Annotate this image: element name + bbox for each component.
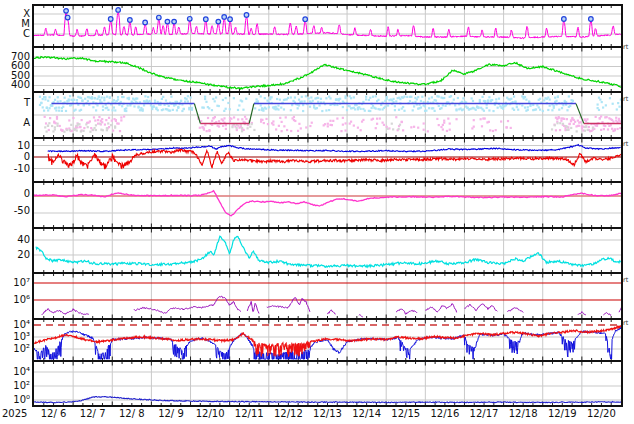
rt-label: rt <box>623 96 634 103</box>
y-axis-label: 10⁴ <box>0 319 30 330</box>
x-axis-label: 12/18 <box>504 408 542 419</box>
y-axis-label: 10³ <box>0 331 30 342</box>
x-axis-label: 12/13 <box>309 408 347 419</box>
x-axis-label: 12/20 <box>582 408 620 419</box>
y-axis-label: 40 <box>0 234 30 245</box>
panel-proton-flux <box>34 274 621 318</box>
flare-marker <box>228 17 233 22</box>
x-axis-label: 12/ 6 <box>35 408 73 419</box>
flare-marker <box>589 17 594 22</box>
year-label: 2025 <box>2 408 32 419</box>
x-axis-label: 12/10 <box>191 408 229 419</box>
y-axis-label: 10⁶ <box>0 294 30 305</box>
flare-marker <box>222 15 227 20</box>
flare-marker <box>116 8 121 13</box>
x-axis-label: 12/19 <box>543 408 581 419</box>
flare-marker <box>244 13 249 18</box>
panel-imf <box>34 139 621 181</box>
rt-label: rt <box>623 320 634 327</box>
y-axis-label: 10⁴ <box>0 366 30 377</box>
rt-label: rt <box>623 277 634 284</box>
flare-marker <box>203 17 208 22</box>
panel-dst <box>34 183 621 227</box>
panel-xray-flux <box>34 6 621 46</box>
panel-electron-flux <box>34 320 621 360</box>
flare-marker <box>303 17 308 22</box>
y-axis-label: 10² <box>0 380 30 391</box>
rt-label: rt <box>623 44 634 51</box>
x-axis-label: 12/15 <box>387 408 425 419</box>
panel-low-energy <box>34 362 621 405</box>
x-axis-label: 12/ 8 <box>113 408 151 419</box>
x-axis-label: 12/ 7 <box>74 408 112 419</box>
y-axis-label: -10 <box>0 163 30 174</box>
flare-marker <box>165 19 170 24</box>
flare-marker <box>216 19 221 24</box>
flare-marker <box>128 18 133 23</box>
flare-marker <box>562 17 567 22</box>
flare-marker <box>65 15 70 20</box>
flare-marker <box>157 15 162 20</box>
panel-geomag-condition <box>34 93 621 137</box>
y-axis-label: 10⁰ <box>0 394 30 405</box>
plot-frame <box>32 4 623 407</box>
x-axis-label: 12/12 <box>269 408 307 419</box>
x-axis-label: 12/11 <box>230 408 268 419</box>
y-axis-label: C <box>0 28 30 39</box>
y-axis-label: T <box>0 97 30 108</box>
x-axis-label: 12/ 9 <box>152 408 190 419</box>
y-axis-label: 0 <box>0 151 30 162</box>
space-weather-summary-plot: XMC700600500400TA100-100-50402010⁷10⁶10⁴… <box>0 0 634 424</box>
x-axis-label: 12/14 <box>348 408 386 419</box>
y-axis-label: 10 <box>0 140 30 151</box>
flare-marker <box>187 16 192 21</box>
flare-marker <box>64 9 69 14</box>
y-axis-label: 20 <box>0 249 30 260</box>
x-axis-label: 12/16 <box>426 408 464 419</box>
y-axis-label: 10² <box>0 343 30 354</box>
flare-marker <box>143 20 148 25</box>
y-axis-label: -50 <box>0 205 30 216</box>
flare-marker <box>108 17 113 22</box>
panel-solar-wind-speed <box>34 48 621 91</box>
y-axis-label: A <box>0 117 30 128</box>
y-axis-label: 0 <box>0 188 30 199</box>
y-axis-label: 10⁷ <box>0 277 30 288</box>
panel-density <box>34 229 621 272</box>
rt-label: rt <box>623 141 634 148</box>
flare-marker <box>172 19 177 24</box>
x-axis-label: 12/17 <box>465 408 503 419</box>
y-axis-label: 400 <box>0 79 30 90</box>
